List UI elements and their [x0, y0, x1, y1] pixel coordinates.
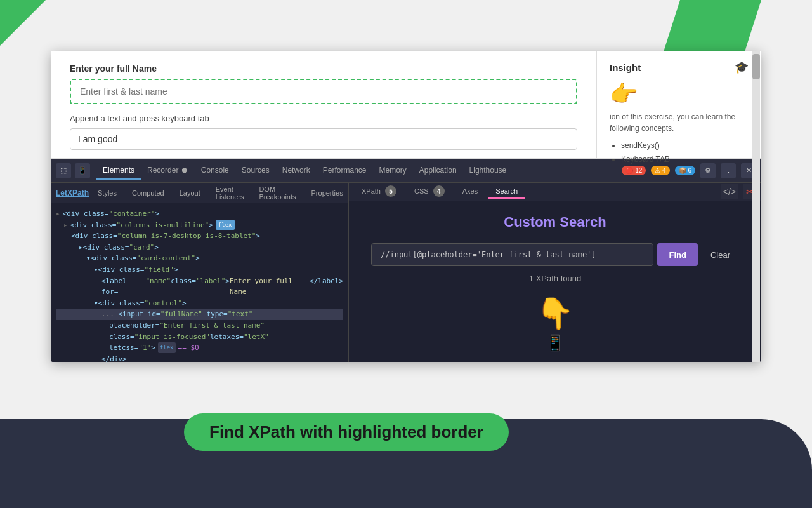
device-mode-icon[interactable]: 📱: [75, 163, 90, 178]
browser-scrollbar[interactable]: [752, 51, 760, 362]
tab-application[interactable]: Application: [413, 162, 463, 180]
xpath-tab-axes[interactable]: Axes: [455, 185, 485, 199]
webpage-area: Enter your full Name Append a text and p…: [51, 51, 761, 159]
bottom-label: Find XPath with highlighted border: [184, 413, 509, 451]
code-line: ▸ <div class="container" >: [56, 208, 343, 220]
insight-list-item: sendKeys(): [621, 139, 749, 153]
custom-search-title: Custom Search: [504, 214, 606, 231]
tab-performance[interactable]: Performance: [317, 162, 373, 180]
code-line: class="input is-focused" letaxes="letX": [56, 331, 343, 343]
form-name-label: Enter your full Name: [70, 64, 577, 74]
insight-box: Insight 🎓 👉 ion of this exercise, you ca…: [596, 51, 761, 158]
devtools-body: LetXPath Styles Computed Layout Event Li…: [51, 183, 761, 362]
xpath-tab-xpath[interactable]: XPath 5: [354, 183, 404, 201]
elements-subtabs: LetXPath Styles Computed Layout Event Li…: [51, 183, 348, 203]
webpage-form: Enter your full Name Append a text and p…: [51, 51, 596, 158]
subtab-layout[interactable]: Layout: [173, 187, 207, 199]
letxpath-link[interactable]: LetXPath: [56, 189, 89, 197]
bottom-label-text: Find XPath with highlighted border: [209, 422, 483, 441]
hand-pointing-down-icon: 👇: [536, 296, 574, 331]
elements-panel: LetXPath Styles Computed Layout Event Li…: [51, 183, 349, 362]
settings-icon[interactable]: ⚙: [700, 163, 716, 178]
xpath-circle-badge: 5: [385, 185, 396, 197]
insight-title: Insight: [610, 62, 641, 73]
code-view-icon[interactable]: </>: [721, 184, 738, 199]
code-line-highlighted: ... <input id="fullName" type="text": [56, 309, 343, 320]
code-line: ▾ <div class="control">: [56, 298, 343, 309]
xpath-panel: XPath 5 CSS 4 Axes Search </> ✂ Custo: [349, 183, 761, 362]
tab-network[interactable]: Network: [276, 162, 317, 180]
subtab-properties[interactable]: Properties: [305, 187, 349, 199]
code-line: </div>: [56, 354, 343, 362]
tab-console[interactable]: Console: [195, 162, 235, 180]
code-line: <div class="column is-7-desktop is-8-tab…: [56, 231, 343, 242]
subtab-event-listeners[interactable]: Event Listeners: [209, 183, 251, 203]
xpath-result: 1 XPath found: [529, 274, 581, 283]
tab-elements[interactable]: Elements: [96, 162, 141, 180]
xpath-search-row: Find Clear: [371, 243, 739, 266]
devtools-panel: ⬚ 📱 Elements Recorder ⏺ Console Sources …: [51, 159, 761, 362]
tab-recorder[interactable]: Recorder ⏺: [141, 162, 195, 180]
elements-code: ▸ <div class="container" > ▸ <div class=…: [51, 203, 348, 362]
css-circle-badge: 4: [433, 185, 445, 197]
code-line: letcss="1"> flex == $0: [56, 342, 343, 354]
insight-body: ion of this exercise, you can learn the …: [610, 111, 749, 134]
code-line: placeholder="Enter first & last name": [56, 320, 343, 331]
form-name-input[interactable]: [70, 79, 577, 104]
xpath-subtabs: XPath 5 CSS 4 Axes Search </> ✂: [349, 183, 761, 201]
tab-lighthouse[interactable]: Lighthouse: [463, 162, 513, 180]
insight-header: Insight 🎓: [610, 60, 749, 74]
element-picker-icon[interactable]: ⬚: [56, 163, 71, 178]
xpath-content: Custom Search Find Clear 1 XPath found 👇…: [349, 201, 761, 362]
xpath-tab-search[interactable]: Search: [488, 185, 525, 199]
tab-sources[interactable]: Sources: [235, 162, 276, 180]
subtab-dom-breakpoints[interactable]: DOM Breakpoints: [252, 183, 302, 203]
warning-badge: ⚠ 4: [651, 166, 669, 175]
hand-pointing-icon: 👉: [610, 81, 749, 107]
scrollbar-thumb[interactable]: [752, 54, 760, 79]
devtools-icon-group: ⬚ 📱: [56, 163, 90, 178]
xpath-tab-css[interactable]: CSS 4: [407, 183, 452, 201]
code-line: <label for="name" class="label">Enter yo…: [56, 276, 343, 298]
form-append-label: Append a text and press keyboard tab: [70, 114, 577, 123]
form-append-input[interactable]: [70, 128, 577, 150]
code-line: ▸ <div class="columns is-multiline"> fle…: [56, 220, 343, 231]
browser-container: Enter your full Name Append a text and p…: [51, 51, 761, 362]
mobile-device-icon: 📱: [546, 334, 565, 352]
subtab-computed[interactable]: Computed: [126, 187, 171, 199]
devtools-right-controls: 🔴 12 ⚠ 4 📦 6 ⚙ ⋮ ✕: [622, 163, 756, 178]
clear-button[interactable]: Clear: [702, 243, 739, 266]
find-button[interactable]: Find: [657, 243, 697, 266]
graduation-icon: 🎓: [735, 60, 749, 74]
more-options-icon[interactable]: ⋮: [721, 163, 736, 178]
subtab-styles[interactable]: Styles: [91, 187, 123, 199]
xpath-search-input[interactable]: [371, 243, 653, 266]
code-line: ▸ <div class="card">: [56, 242, 343, 253]
devtools-toolbar: ⬚ 📱 Elements Recorder ⏺ Console Sources …: [51, 159, 761, 183]
error-badge: 🔴 12: [622, 166, 646, 175]
info-badge: 📦 6: [675, 166, 695, 175]
code-line: ▾ <div class="field">: [56, 264, 343, 276]
tab-memory[interactable]: Memory: [373, 162, 413, 180]
code-line: ▾ <div class="card-content">: [56, 253, 343, 264]
flex-badge: flex: [216, 220, 235, 230]
